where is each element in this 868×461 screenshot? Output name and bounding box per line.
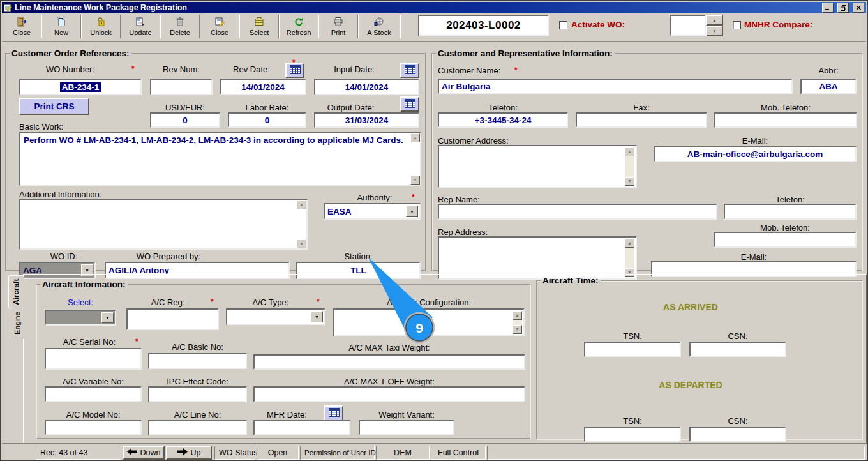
- fax-input[interactable]: [576, 112, 707, 128]
- scroll-up-icon[interactable]: ▲: [297, 200, 306, 209]
- scroll-down-icon[interactable]: ▼: [297, 239, 306, 248]
- toolbar-astock-button[interactable]: A Stock: [360, 15, 398, 41]
- chevron-down-icon[interactable]: ▼: [311, 311, 323, 322]
- additional-info-textarea[interactable]: ▲ ▼: [19, 199, 308, 250]
- toolbar-close-label: Close: [13, 29, 31, 36]
- ac-reg-label: A/C Reg:: [126, 298, 209, 307]
- mfr-date-input[interactable]: [253, 420, 350, 435]
- calendar-icon: [405, 99, 415, 110]
- toolbar-delete-button[interactable]: Delete: [162, 15, 198, 41]
- trash-icon: [175, 17, 185, 28]
- toolbar-astock-label: A Stock: [367, 29, 391, 36]
- ac-variable-input[interactable]: [45, 386, 142, 402]
- telefon-input[interactable]: +3-3445-34-24: [438, 112, 568, 128]
- rev-date-input[interactable]: 14/01/2024: [220, 79, 306, 95]
- aircraft-select-label: Select:: [45, 298, 116, 307]
- chevron-down-icon[interactable]: ▼: [406, 206, 418, 217]
- toolbar-separator: [278, 15, 280, 38]
- departed-csn-input[interactable]: [689, 427, 786, 442]
- arrived-tsn-input[interactable]: [584, 342, 681, 357]
- statusbar-empty-panel: [487, 446, 865, 460]
- wo-status-value-panel: Open: [257, 446, 299, 460]
- activate-wo-spinner-input[interactable]: [670, 15, 706, 36]
- max-taxi-input[interactable]: [253, 354, 525, 370]
- ac-model-input[interactable]: [45, 420, 142, 435]
- aircraft-select-combo[interactable]: ▼: [45, 310, 116, 326]
- ac-serial-label: A/C Serial No:: [45, 337, 134, 347]
- abbr-input[interactable]: ABA: [800, 79, 857, 94]
- toolbar-unlock-button[interactable]: Unlock: [83, 15, 119, 41]
- arrived-csn-input[interactable]: [689, 342, 786, 357]
- toolbar-close2-button[interactable]: Close: [202, 15, 237, 41]
- output-date-input[interactable]: 31/03/2024: [314, 112, 419, 128]
- customer-name-required: *: [514, 66, 518, 75]
- record-down-button[interactable]: Down: [123, 446, 165, 460]
- vertical-scrollbar[interactable]: ▲ ▼: [625, 147, 634, 186]
- ac-reg-input[interactable]: [126, 308, 219, 330]
- usd-eur-input[interactable]: 0: [150, 112, 220, 128]
- rep-mob-telefon-input[interactable]: [714, 232, 857, 248]
- output-date-calendar-button[interactable]: [400, 96, 419, 112]
- vertical-scrollbar[interactable]: ▲ ▼: [513, 311, 522, 334]
- labor-rate-input[interactable]: 0: [228, 112, 306, 128]
- toolbar-update-button[interactable]: Update: [123, 15, 158, 41]
- input-date-calendar-button[interactable]: [400, 63, 419, 78]
- rep-name-input[interactable]: [438, 204, 717, 220]
- customer-name-input[interactable]: Air Bulgaria: [438, 79, 793, 94]
- email-input[interactable]: AB-main-oficce@airbulgaria.com: [654, 146, 857, 162]
- scroll-down-icon[interactable]: ▼: [513, 325, 522, 334]
- scroll-up-icon[interactable]: ▲: [513, 311, 522, 320]
- activate-wo-checkbox[interactable]: [559, 21, 567, 29]
- spinner-down-button[interactable]: ▼: [706, 26, 723, 36]
- ac-type-combo[interactable]: ▼: [226, 308, 326, 325]
- restore-button[interactable]: [837, 3, 849, 13]
- departed-csn-label: CSN:: [689, 416, 786, 426]
- chevron-down-icon[interactable]: ▼: [101, 312, 114, 323]
- rep-telefon-input[interactable]: [724, 204, 857, 220]
- scroll-down-icon[interactable]: ▼: [625, 177, 634, 186]
- toolbar-separator: [199, 15, 200, 38]
- customer-address-textarea[interactable]: ▲ ▼: [438, 145, 637, 188]
- departed-tsn-input[interactable]: [584, 427, 681, 442]
- ac-basic-input[interactable]: [148, 353, 247, 369]
- scroll-up-icon[interactable]: ▲: [625, 239, 634, 248]
- ac-line-input[interactable]: [148, 420, 247, 435]
- rep-address-textarea[interactable]: ▲ ▼: [438, 236, 637, 280]
- print-crs-button[interactable]: Print CRS: [19, 98, 89, 115]
- minimize-button[interactable]: [822, 3, 834, 13]
- toolbar-print-button[interactable]: Print: [320, 15, 356, 41]
- close-window-button[interactable]: [853, 3, 864, 13]
- mob-telefon-input[interactable]: [714, 112, 857, 128]
- wo-number-input[interactable]: AB-234-1: [19, 79, 142, 95]
- permission-user-panel: DEM: [376, 446, 430, 460]
- new-document-icon: [56, 17, 66, 28]
- tab-engine[interactable]: Engine: [10, 308, 24, 338]
- authority-combo[interactable]: EASA ▼: [324, 203, 421, 220]
- mnhr-compare-checkbox[interactable]: [733, 21, 741, 29]
- record-up-button[interactable]: Up: [166, 446, 212, 460]
- tab-aircraft[interactable]: Aircraft: [8, 275, 24, 308]
- exit-door-icon: [17, 17, 27, 28]
- wo-number-value: AB-234-1: [60, 82, 101, 92]
- mfr-date-calendar-button[interactable]: [324, 405, 343, 421]
- vertical-scrollbar[interactable]: ▲ ▼: [625, 239, 634, 277]
- rev-num-input[interactable]: [150, 79, 213, 95]
- max-toff-label: A/C MAX T-OFF Weight:: [253, 377, 525, 386]
- ac-serial-input[interactable]: [45, 348, 142, 370]
- max-toff-input[interactable]: [253, 386, 525, 402]
- pax-config-textarea[interactable]: ▲ ▼: [333, 308, 525, 336]
- scroll-up-icon[interactable]: ▲: [625, 147, 634, 156]
- toolbar-refresh-button[interactable]: Refresh: [281, 15, 317, 41]
- scroll-down-icon[interactable]: ▼: [410, 176, 420, 185]
- ipc-code-input[interactable]: [148, 386, 247, 402]
- toolbar-new-button[interactable]: New: [43, 15, 79, 41]
- rev-date-calendar-button[interactable]: [285, 63, 304, 78]
- spinner-up-button[interactable]: ▲: [706, 15, 723, 26]
- toolbar-select-button[interactable]: Select: [241, 15, 277, 41]
- weight-variant-input[interactable]: [359, 420, 454, 435]
- toolbar-close-button[interactable]: Close: [4, 15, 40, 41]
- as-departed-heading: AS DEPARTED: [537, 380, 844, 390]
- basic-work-textarea[interactable]: Perform WO # LM-AB-234-1, LM-AB-234-2, L…: [19, 132, 421, 186]
- input-date-input[interactable]: 14/01/2024: [314, 79, 419, 95]
- scroll-up-icon[interactable]: ▲: [410, 133, 420, 142]
